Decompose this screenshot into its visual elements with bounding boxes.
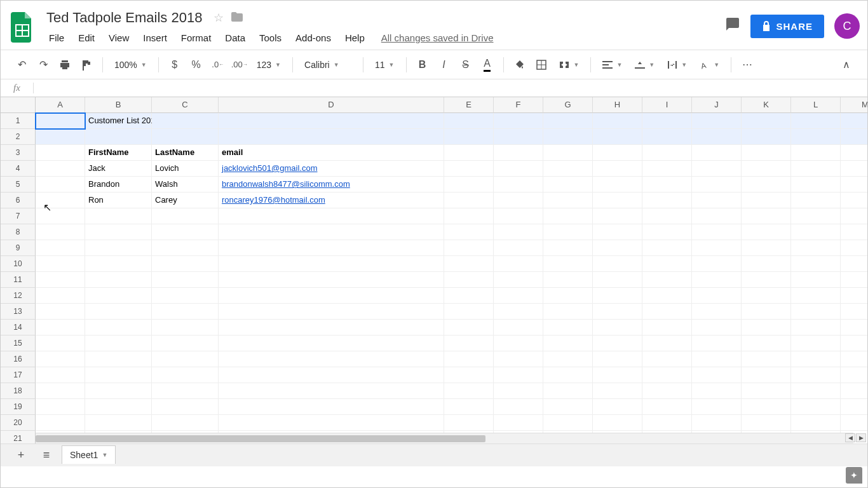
- cell-B12[interactable]: [85, 288, 152, 304]
- cell-M17[interactable]: [841, 367, 867, 383]
- cell-C18[interactable]: [152, 383, 219, 399]
- cell-H10[interactable]: [593, 256, 642, 272]
- cell-G17[interactable]: [543, 367, 593, 383]
- row-head-4[interactable]: 4: [1, 161, 36, 177]
- cell-G14[interactable]: [543, 320, 593, 336]
- cell-J20[interactable]: [692, 415, 742, 431]
- cell-B18[interactable]: [85, 383, 152, 399]
- col-head-F[interactable]: F: [494, 97, 543, 113]
- menu-view[interactable]: View: [102, 30, 135, 46]
- halign-dropdown[interactable]: ▼: [597, 55, 627, 74]
- row-head-8[interactable]: 8: [1, 224, 36, 240]
- cell-J3[interactable]: [692, 145, 742, 161]
- cell-B8[interactable]: [85, 224, 152, 240]
- cell-H1[interactable]: [593, 113, 642, 129]
- cell-F19[interactable]: [494, 399, 543, 415]
- cell-E12[interactable]: [444, 288, 494, 304]
- cell-A20[interactable]: [36, 415, 85, 431]
- col-head-H[interactable]: H: [593, 97, 642, 113]
- cell-K3[interactable]: [742, 145, 791, 161]
- cell-B16[interactable]: [85, 351, 152, 367]
- cell-A1[interactable]: [36, 113, 85, 129]
- cell-L11[interactable]: [791, 272, 841, 288]
- cell-A7[interactable]: [36, 208, 85, 224]
- cell-A5[interactable]: [36, 177, 85, 193]
- cell-E7[interactable]: [444, 208, 494, 224]
- cell-E15[interactable]: [444, 336, 494, 351]
- cell-K14[interactable]: [742, 320, 791, 336]
- col-head-I[interactable]: I: [642, 97, 692, 113]
- cell-J16[interactable]: [692, 351, 742, 367]
- cell-J11[interactable]: [692, 272, 742, 288]
- cell-K1[interactable]: [742, 113, 791, 129]
- cell-J14[interactable]: [692, 320, 742, 336]
- cell-H3[interactable]: [593, 145, 642, 161]
- cell-L1[interactable]: [791, 113, 841, 129]
- cell-C2[interactable]: [152, 129, 219, 145]
- cell-D4[interactable]: jacklovich501@gmail.com: [219, 161, 444, 177]
- cell-G7[interactable]: [543, 208, 593, 224]
- cell-E16[interactable]: [444, 351, 494, 367]
- cell-I18[interactable]: [642, 383, 692, 399]
- cell-E10[interactable]: [444, 256, 494, 272]
- cell-C11[interactable]: [152, 272, 219, 288]
- cell-A14[interactable]: [36, 320, 85, 336]
- cell-L10[interactable]: [791, 256, 841, 272]
- cell-M15[interactable]: [841, 336, 867, 351]
- cell-E9[interactable]: [444, 240, 494, 256]
- cell-J12[interactable]: [692, 288, 742, 304]
- cell-I11[interactable]: [642, 272, 692, 288]
- cell-L12[interactable]: [791, 288, 841, 304]
- cell-H15[interactable]: [593, 336, 642, 351]
- cell-I20[interactable]: [642, 415, 692, 431]
- currency-icon[interactable]: $: [165, 55, 184, 74]
- cell-L9[interactable]: [791, 240, 841, 256]
- col-head-D[interactable]: D: [219, 97, 444, 113]
- cell-J4[interactable]: [692, 161, 742, 177]
- cell-M12[interactable]: [841, 288, 867, 304]
- cell-C13[interactable]: [152, 304, 219, 320]
- cell-D13[interactable]: [219, 304, 444, 320]
- cell-B19[interactable]: [85, 399, 152, 415]
- cell-A16[interactable]: [36, 351, 85, 367]
- cell-L6[interactable]: [791, 193, 841, 208]
- text-color-icon[interactable]: A: [478, 55, 497, 74]
- row-head-14[interactable]: 14: [1, 320, 36, 336]
- col-head-J[interactable]: J: [692, 97, 742, 113]
- cell-E19[interactable]: [444, 399, 494, 415]
- doc-title[interactable]: Ted Tadpole Emails 2018: [43, 8, 206, 27]
- cell-F9[interactable]: [494, 240, 543, 256]
- share-button[interactable]: SHARE: [750, 15, 824, 38]
- cell-K20[interactable]: [742, 415, 791, 431]
- cell-L2[interactable]: [791, 129, 841, 145]
- cell-D5[interactable]: brandonwalsh8477@silicomm.com: [219, 177, 444, 193]
- cell-F13[interactable]: [494, 304, 543, 320]
- cell-I16[interactable]: [642, 351, 692, 367]
- cell-H19[interactable]: [593, 399, 642, 415]
- paint-format-icon[interactable]: [77, 55, 96, 74]
- horizontal-scrollbar[interactable]: [36, 433, 853, 444]
- sheet-tab[interactable]: Sheet1▼: [62, 445, 116, 464]
- cell-C9[interactable]: [152, 240, 219, 256]
- cell-H2[interactable]: [593, 129, 642, 145]
- row-head-20[interactable]: 20: [1, 415, 36, 431]
- cell-G8[interactable]: [543, 224, 593, 240]
- save-status[interactable]: All changes saved in Drive: [381, 32, 494, 43]
- cell-G12[interactable]: [543, 288, 593, 304]
- cell-A10[interactable]: [36, 256, 85, 272]
- row-head-3[interactable]: 3: [1, 145, 36, 161]
- cell-M8[interactable]: [841, 224, 867, 240]
- cell-C8[interactable]: [152, 224, 219, 240]
- scrollbar-thumb[interactable]: [36, 435, 485, 442]
- cell-J13[interactable]: [692, 304, 742, 320]
- cell-J10[interactable]: [692, 256, 742, 272]
- cell-H5[interactable]: [593, 177, 642, 193]
- increase-decimal-icon[interactable]: .00→: [230, 55, 249, 74]
- cell-M13[interactable]: [841, 304, 867, 320]
- redo-icon[interactable]: ↷: [34, 55, 53, 74]
- cell-H8[interactable]: [593, 224, 642, 240]
- row-head-19[interactable]: 19: [1, 399, 36, 415]
- cell-J2[interactable]: [692, 129, 742, 145]
- menu-help[interactable]: Help: [339, 30, 371, 46]
- cell-A2[interactable]: [36, 129, 85, 145]
